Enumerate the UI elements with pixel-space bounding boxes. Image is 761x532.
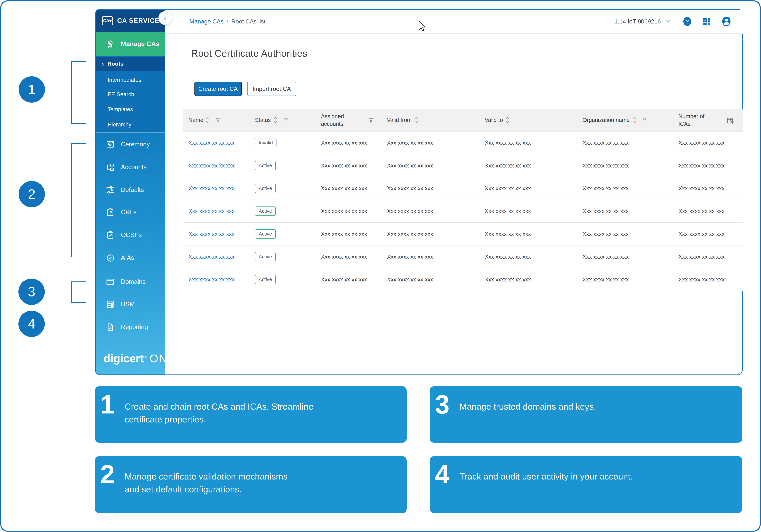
column-header-valid-from[interactable]: Valid from [381, 109, 479, 131]
table-cell-assigned-accounts: Xxx xxxx xx xx xxx [316, 222, 381, 245]
table-cell-number-of-icas: Xxx xxxx xx xx xxx [673, 245, 743, 268]
breadcrumb-link-manage-cas[interactable]: Manage CAs [190, 18, 223, 25]
root-ca-name-link[interactable]: Xxx xxxx xx xx xxx [189, 162, 235, 169]
svg-text:?: ? [685, 19, 689, 25]
sidebar-item-ceremony[interactable]: Ceremony [96, 133, 165, 156]
root-ca-table: Name Status Assigned accounts Val [183, 109, 743, 291]
chevron-right-icon: › [102, 61, 104, 67]
column-header-assigned-accounts[interactable]: Assigned accounts [316, 109, 381, 131]
apps-grid-button[interactable] [701, 17, 711, 27]
sidebar-item-crls[interactable]: CRLs [96, 201, 165, 223]
callout-bracket-4 [71, 325, 86, 325]
info-card-1: 1 Create and chain root CAs and ICAs. St… [95, 386, 407, 443]
sidebar-item-reporting[interactable]: Reporting [96, 316, 165, 338]
sidebar-item-roots[interactable]: › Roots [96, 57, 165, 71]
callout-bracket-1 [71, 61, 86, 124]
sidebar-item-aias[interactable]: AIAs [96, 247, 165, 269]
filter-icon[interactable] [368, 118, 374, 123]
sidebar-item-hierarchy[interactable]: Hierarchy [96, 118, 165, 132]
table-cell-valid-to: Xxx xxxx xx xx xxx [479, 200, 577, 222]
table-cell-organization-name: Xxx xxxx xx xx xxx [577, 245, 673, 268]
root-ca-name-link[interactable]: Xxx xxxx xx xx xxx [189, 208, 235, 214]
sidebar-item-manage-cas[interactable]: Manage CAs [96, 32, 165, 56]
sidebar-collapse-button[interactable] [158, 11, 172, 25]
help-button[interactable]: ? [682, 17, 692, 27]
create-root-ca-button[interactable]: Create root CA [194, 82, 242, 96]
table-cell-assigned-accounts: Xxx xxxx xx xx xxx [316, 200, 381, 222]
table-cell-assigned-accounts: Xxx xxxx xx xx xxx [316, 268, 381, 291]
sidebar-item-domains[interactable]: Domains [96, 270, 165, 293]
sidebar-item-ee-search[interactable]: EE Search [96, 88, 165, 101]
filter-icon[interactable] [215, 117, 221, 123]
screenshot-canvas: CA+ CA SERVICES Manage CAs › Roots Inter… [0, 0, 761, 532]
sidebar-item-hsm[interactable]: HSM [96, 293, 165, 316]
ca-plus-logo-icon: CA+ [102, 16, 113, 25]
callout-circle-3: 3 [19, 278, 45, 305]
version-switcher[interactable]: 1.14 IoT-9069216 [615, 10, 671, 33]
table-cell-valid-to: Xxx xxxx xx xx xxx [479, 177, 577, 200]
sort-icon[interactable] [505, 116, 510, 124]
app-title: CA SERVICES [117, 17, 164, 24]
chevron-down-icon [665, 19, 671, 24]
sort-icon[interactable] [273, 116, 278, 124]
filter-icon[interactable] [642, 117, 647, 123]
column-header-name[interactable]: Name [183, 109, 250, 131]
sidebar-item-accounts[interactable]: Accounts [96, 156, 165, 178]
callout-number: 1 [28, 82, 35, 97]
page-title: Root Certificate Authorities [191, 48, 308, 59]
table-cell-valid-from: Xxx xxxx xx xx xxx [381, 222, 479, 245]
column-header-status[interactable]: Status [250, 109, 316, 131]
root-ca-name-link[interactable]: Xxx xxxx xx xx xxx [189, 276, 235, 283]
status-badge: Active [255, 275, 276, 284]
digicert-one-logo: digicert® ONE [103, 352, 165, 365]
sidebar-item-ocsps[interactable]: OCSPs [96, 224, 165, 246]
root-ca-name-link[interactable]: Xxx xxxx xx xx xxx [189, 185, 235, 192]
column-label: Number of ICAs [678, 113, 704, 128]
sort-icon[interactable] [414, 116, 418, 124]
status-badge: Invalid [255, 138, 276, 148]
sidebar-item-label: Ceremony [121, 141, 150, 148]
apps-grid-icon [701, 17, 711, 26]
clipboard-list-icon [106, 208, 115, 217]
table-cell-valid-to: Xxx xxxx xx xx xxx [479, 154, 577, 177]
column-header-valid-to[interactable]: Valid to [479, 109, 577, 131]
table-cell-valid-from: Xxx xxxx xx xx xxx [381, 131, 479, 154]
table-cell-valid-to: Xxx xxxx xx xx xxx [479, 222, 577, 245]
sidebar-item-label: Accounts [121, 164, 146, 171]
sort-icon[interactable] [632, 116, 636, 124]
mouse-cursor [418, 21, 428, 33]
sidebar-item-intermediates[interactable]: Intermediates [96, 73, 165, 87]
status-badge: Active [255, 184, 276, 193]
sidebar-item-defaults[interactable]: Defaults [96, 179, 165, 201]
root-ca-name-link[interactable]: Xxx xxxx xx xx xxx [189, 140, 235, 146]
table-row: Xxx xxxx xx xx xxxActiveXxx xxxx xx xx x… [183, 200, 743, 222]
app-window: CA+ CA SERVICES Manage CAs › Roots Inter… [95, 9, 742, 375]
sort-icon[interactable] [205, 116, 210, 124]
sidebar-item-label: Manage CAs [121, 40, 159, 48]
sidebar-item-templates[interactable]: Templates [96, 102, 165, 116]
user-menu-button[interactable] [721, 16, 732, 28]
vault-icon [106, 140, 115, 149]
sidebar-item-label: Reporting [121, 324, 148, 330]
filter-icon[interactable] [283, 117, 288, 123]
table-settings-icon[interactable] [727, 117, 734, 125]
column-header-organization-name[interactable]: Organization name [577, 109, 673, 131]
root-ca-name-link[interactable]: Xxx xxxx xx xx xxx [189, 254, 235, 260]
table-cell-valid-to: Xxx xxxx xx xx xxx [479, 245, 577, 268]
sidebar-item-label: Roots [108, 61, 123, 67]
breadcrumb-current: Root CAs list [231, 18, 265, 25]
card-number: 2 [95, 456, 120, 513]
root-ca-name-link[interactable]: Xxx xxxx xx xx xxx [189, 231, 235, 237]
clipboard-check-icon [106, 230, 115, 240]
table-cell-number-of-icas: Xxx xxxx xx xx xxx [673, 268, 743, 291]
column-label: Valid to [485, 116, 503, 124]
table-body: Xxx xxxx xx xx xxxInvalidXxx xxxx xx xx … [183, 131, 743, 291]
card-text: Manage certificate validation mechanisms… [120, 456, 288, 513]
sidebar: CA+ CA SERVICES Manage CAs › Roots Inter… [96, 10, 165, 375]
sidebar-item-label: Defaults [121, 186, 144, 194]
import-root-ca-button[interactable]: Import root CA [247, 82, 296, 96]
callout-circle-1: 1 [19, 76, 45, 103]
sidebar-item-label: Templates [108, 106, 133, 113]
table-cell-number-of-icas: Xxx xxxx xx xx xxx [673, 222, 743, 245]
badge-check-icon [106, 253, 115, 263]
